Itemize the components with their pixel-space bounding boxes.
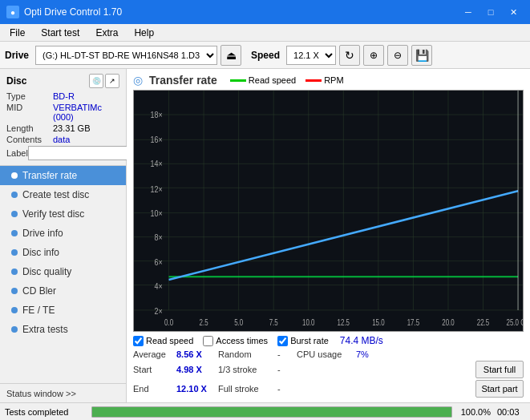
svg-text:10.0: 10.0: [302, 318, 314, 327]
nav-create-test-disc[interactable]: Create test disc: [0, 185, 126, 204]
burst-rate-label: Burst rate: [290, 336, 329, 345]
progress-bar: [92, 407, 451, 417]
stats-row-average: Average 8.56 X Random - CPU usage 7%: [133, 349, 524, 359]
nav-label: Transfer rate: [22, 170, 77, 181]
nav-verify-test-disc[interactable]: Verify test disc: [0, 204, 126, 224]
maximize-button[interactable]: □: [480, 4, 501, 20]
nav-disc-info[interactable]: Disc info: [0, 243, 126, 262]
stats-area: Average 8.56 X Random - CPU usage 7% Sta…: [133, 349, 524, 398]
nav-label: FE / TE: [22, 305, 55, 316]
sidebar-nav: Transfer rate Create test disc Verify te…: [0, 166, 126, 383]
burst-rate-value: 74.4 MB/s: [340, 335, 383, 346]
svg-text:14×: 14×: [151, 159, 163, 168]
svg-text:4×: 4×: [154, 281, 162, 291]
label-input[interactable]: [28, 146, 131, 160]
svg-text:16×: 16×: [151, 135, 163, 144]
nav-extra-tests[interactable]: Extra tests: [0, 320, 126, 339]
speed-select[interactable]: 12.1 X Max 8 X 6 X 4 X: [286, 46, 336, 65]
toolbar: Drive (G:) HL-DT-ST BD-RE WH16NS48 1.D3 …: [0, 42, 530, 69]
menu-help[interactable]: Help: [127, 26, 160, 40]
menu-extra[interactable]: Extra: [89, 26, 124, 40]
add-button[interactable]: ⊕: [363, 45, 384, 66]
end-label: End: [133, 384, 173, 394]
svg-text:15.0: 15.0: [372, 318, 384, 327]
menu-file[interactable]: File: [3, 26, 31, 40]
disc-icon-1[interactable]: 💿: [89, 74, 103, 88]
svg-text:12×: 12×: [151, 184, 163, 193]
cpu-value: 7%: [356, 349, 380, 359]
read-speed-check[interactable]: [133, 336, 144, 346]
nav-disc-quality[interactable]: Disc quality: [0, 262, 126, 281]
svg-text:18×: 18×: [151, 110, 163, 119]
nav-drive-info[interactable]: Drive info: [0, 224, 126, 243]
length-value: 23.31 GB: [53, 123, 119, 133]
nav-label: CD Bler: [22, 285, 56, 297]
close-button[interactable]: ✕: [503, 4, 524, 20]
stats-row-start: Start 4.98 X 1/3 stroke - Start full: [133, 361, 524, 378]
disc-icon-2[interactable]: ↗: [105, 74, 119, 88]
full-stroke-label: Full stroke: [218, 384, 274, 394]
menu-start-test[interactable]: Start test: [34, 26, 86, 40]
svg-text:12.5: 12.5: [338, 318, 350, 327]
chart-header: ◎ Transfer rate Read speed RPM: [133, 74, 524, 87]
svg-text:5.0: 5.0: [234, 318, 243, 327]
start-full-button[interactable]: Start full: [475, 361, 524, 378]
nav-dot: [11, 230, 18, 236]
legend-rpm: RPM: [305, 75, 343, 85]
titlebar: ● Opti Drive Control 1.70 ─ □ ✕: [0, 0, 530, 24]
speed-label: Speed: [251, 50, 280, 61]
graph-svg: 2× 4× 6× 8× 10× 12× 14× 16× 18× 0.0 2.5 …: [134, 91, 523, 331]
status-text: Tests completed: [5, 407, 85, 417]
svg-text:6×: 6×: [154, 257, 162, 267]
status-time: 00:03: [497, 407, 525, 417]
nav-cd-bler[interactable]: CD Bler: [0, 281, 126, 301]
legend-rpm-label: RPM: [324, 75, 343, 85]
refresh-button[interactable]: ↻: [339, 45, 360, 66]
start-value: 4.98 X: [176, 365, 215, 374]
nav-dot: [11, 269, 18, 275]
mid-label: MID: [6, 103, 53, 122]
eject-button[interactable]: ⏏: [220, 45, 241, 66]
read-speed-checkbox[interactable]: Read speed: [133, 336, 193, 346]
nav-dot: [11, 249, 18, 256]
nav-fe-te[interactable]: FE / TE: [0, 301, 126, 320]
burst-rate-checkbox[interactable]: Burst rate: [277, 336, 329, 346]
svg-text:2×: 2×: [154, 306, 162, 316]
start-part-button[interactable]: Start part: [475, 380, 524, 398]
sidebar: Disc 💿 ↗ Type BD-R MID VERBATIMc (000) L…: [0, 69, 127, 402]
svg-rect-0: [134, 91, 523, 331]
svg-text:25.0 GB: 25.0 GB: [507, 318, 523, 327]
average-label: Average: [133, 349, 173, 359]
save-button[interactable]: 💾: [411, 45, 432, 66]
remove-button[interactable]: ⊖: [387, 45, 408, 66]
end-value: 12.10 X: [176, 384, 215, 394]
nav-label: Disc quality: [22, 266, 71, 277]
access-times-checkbox[interactable]: Access times: [203, 336, 268, 346]
svg-text:7.5: 7.5: [269, 318, 278, 327]
svg-text:8×: 8×: [154, 232, 162, 241]
length-label: Length: [6, 123, 53, 133]
burst-rate-check[interactable]: [277, 336, 288, 346]
full-stroke-value: -: [277, 384, 293, 394]
nav-dot: [11, 288, 18, 294]
stats-row-end: End 12.10 X Full stroke - Start part: [133, 380, 524, 398]
disc-panel: Disc 💿 ↗ Type BD-R MID VERBATIMc (000) L…: [0, 69, 126, 166]
legend-rpm-color: [305, 79, 322, 82]
mid-value: VERBATIMc (000): [53, 103, 119, 122]
access-times-check[interactable]: [203, 336, 213, 346]
status-window-button[interactable]: Status window >>: [0, 383, 126, 402]
drive-select[interactable]: (G:) HL-DT-ST BD-RE WH16NS48 1.D3: [35, 46, 217, 65]
legend-read-label: Read speed: [249, 75, 296, 85]
svg-text:0.0: 0.0: [164, 318, 173, 327]
nav-label: Create test disc: [22, 189, 89, 200]
nav-label: Extra tests: [22, 324, 68, 335]
minimize-button[interactable]: ─: [458, 4, 479, 20]
nav-label: Verify test disc: [22, 208, 84, 220]
nav-transfer-rate[interactable]: Transfer rate: [0, 166, 126, 185]
svg-text:20.0: 20.0: [442, 318, 454, 327]
nav-dot: [11, 307, 18, 313]
nav-label: Drive info: [22, 228, 63, 239]
label-label: Label: [6, 148, 28, 158]
menubar: File Start test Extra Help: [0, 24, 530, 42]
nav-dot: [11, 172, 18, 179]
